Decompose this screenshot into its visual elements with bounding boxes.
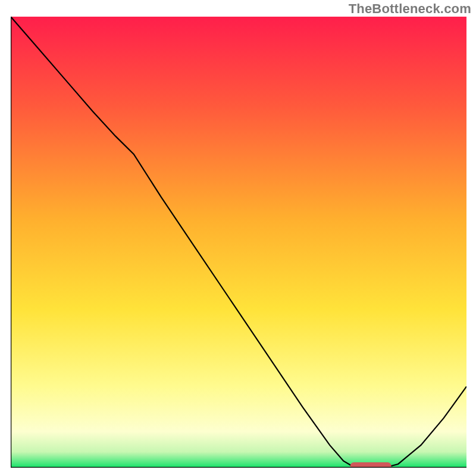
gradient-background	[11, 17, 466, 468]
watermark-text: TheBottleneck.com	[349, 1, 471, 17]
plot-area	[11, 17, 466, 468]
optimum-marker	[350, 462, 392, 468]
chart-container: TheBottleneck.com	[0, 0, 476, 476]
plot-svg	[11, 17, 466, 468]
